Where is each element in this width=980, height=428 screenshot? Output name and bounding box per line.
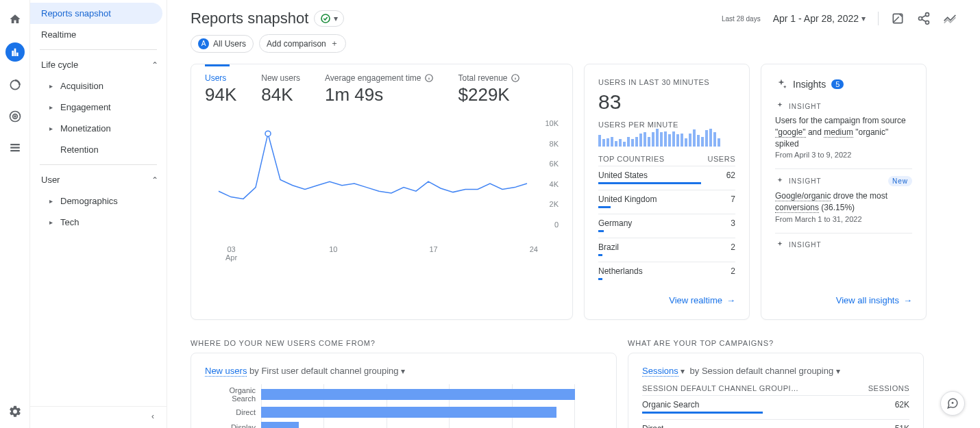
sidebar-item-retention[interactable]: ▸Retention	[30, 139, 167, 160]
insight-item[interactable]: INSIGHTNewGoogle/organic drove the most …	[775, 169, 912, 234]
chevron-right-icon: ▸	[49, 218, 56, 226]
view-realtime-link[interactable]: View realtime→	[598, 295, 735, 305]
new-users-card: New users by First user default channel …	[191, 353, 617, 428]
country-row: Netherlands2	[598, 262, 735, 286]
svg-point-11	[926, 21, 929, 24]
advertising-icon[interactable]	[7, 108, 23, 125]
sidebar-item-acquisition[interactable]: ▸Acquisition	[30, 75, 167, 97]
check-circle-icon	[320, 13, 331, 24]
configure-icon[interactable]	[7, 140, 23, 156]
sidebar-item-tech[interactable]: ▸Tech	[30, 212, 167, 233]
insights-header: Insights	[793, 79, 826, 90]
question-top-campaigns: WHAT ARE YOUR TOP CAMPAIGNS?	[628, 320, 924, 353]
info-icon	[424, 73, 434, 83]
home-icon[interactable]	[7, 11, 23, 27]
realtime-subtitle: USERS PER MINUTE	[598, 121, 735, 129]
customize-icon[interactable]	[891, 12, 905, 25]
country-row: United Kingdom7	[598, 190, 735, 214]
view-all-insights-link[interactable]: View all insights→	[775, 295, 912, 305]
svg-point-9	[926, 13, 929, 16]
svg-rect-6	[10, 150, 20, 151]
question-new-users: WHERE DO YOUR NEW USERS COME FROM?	[191, 320, 617, 353]
svg-rect-5	[10, 147, 20, 149]
share-icon[interactable]	[917, 12, 931, 25]
session-row: Direct51K	[642, 419, 909, 428]
chevron-right-icon: ▸	[49, 103, 56, 111]
explore-icon[interactable]	[7, 77, 23, 93]
reports-icon[interactable]	[5, 42, 25, 62]
insight-item[interactable]: INSIGHTUsers for the campaign from sourc…	[775, 95, 912, 169]
metric-avg-engagement[interactable]: Average engagement time 1m 49s	[325, 73, 434, 105]
audience-icon: A	[198, 38, 209, 49]
svg-point-14	[265, 131, 271, 136]
date-prefix: Last 28 days	[722, 15, 761, 23]
chevron-down-icon: ▾	[334, 14, 338, 23]
sidebar-item-demographics[interactable]: ▸Demographics	[30, 190, 167, 212]
chevron-up-icon: ⌃	[151, 175, 158, 185]
insights-count-badge: 5	[831, 79, 844, 89]
realtime-card: USERS IN LAST 30 MINUTES 83 USERS PER MI…	[584, 64, 750, 320]
sessions-card-title[interactable]: Sessions ▾ by Session default channel gr…	[642, 366, 909, 384]
collapse-sidebar-button[interactable]: ‹	[30, 406, 167, 425]
plus-icon: ＋	[330, 38, 339, 49]
chevron-right-icon: ▸	[49, 197, 56, 205]
add-comparison-chip[interactable]: Add comparison＋	[259, 34, 346, 53]
users-line-chart: 10K8K6K4K2K0	[205, 119, 559, 242]
chevron-up-icon: ⌃	[151, 60, 158, 70]
settings-icon[interactable]	[7, 403, 23, 420]
realtime-value: 83	[598, 86, 735, 121]
date-range-picker[interactable]: Apr 1 - Apr 28, 2022▾	[773, 13, 866, 24]
sessions-card: Sessions ▾ by Session default channel gr…	[628, 353, 924, 428]
sparkle-icon	[775, 78, 787, 90]
metric-new-users[interactable]: New users 84K	[261, 73, 300, 105]
sidebar: Reports snapshot Realtime Life cycle⌃ ▸A…	[30, 0, 167, 428]
sidebar-section-user[interactable]: User⌃	[30, 169, 167, 190]
country-row: Germany3	[598, 214, 735, 238]
metric-users[interactable]: Users 94K	[205, 73, 236, 105]
chevron-right-icon: ▸	[49, 82, 56, 90]
arrow-right-icon: →	[726, 295, 735, 305]
new-users-card-title[interactable]: New users by First user default channel …	[205, 366, 602, 384]
sidebar-section-lifecycle[interactable]: Life cycle⌃	[30, 54, 167, 75]
channel-bar-row: Display	[205, 420, 575, 428]
svg-point-15	[952, 403, 953, 404]
sidebar-item-monetization[interactable]: ▸Monetization	[30, 118, 167, 139]
info-icon	[511, 73, 520, 83]
chevron-right-icon: ▸	[49, 125, 56, 132]
session-row: Organic Search62K	[642, 395, 909, 419]
feedback-button[interactable]	[940, 391, 965, 416]
metric-revenue[interactable]: Total revenue $229K	[458, 73, 520, 105]
insights-toggle-icon[interactable]	[943, 12, 957, 25]
svg-point-3	[14, 116, 16, 117]
insights-card: Insights 5 INSIGHTUsers for the campaign…	[761, 64, 927, 320]
svg-rect-4	[10, 144, 20, 145]
channel-bar-row: Organic Search	[205, 384, 575, 405]
realtime-title: USERS IN LAST 30 MINUTES	[598, 78, 735, 86]
arrow-right-icon: →	[903, 295, 912, 305]
sidebar-item-reports-snapshot[interactable]: Reports snapshot	[30, 3, 162, 24]
svg-point-10	[919, 17, 922, 21]
page-title: Reports snapshot	[191, 10, 308, 27]
all-users-chip[interactable]: AAll Users	[191, 35, 254, 53]
sidebar-item-engagement[interactable]: ▸Engagement	[30, 97, 167, 118]
sidebar-item-realtime[interactable]: Realtime	[30, 24, 162, 45]
country-row: Brazil2	[598, 238, 735, 262]
country-row: United States62	[598, 166, 735, 190]
users-per-minute-chart	[598, 129, 735, 147]
title-status-chip[interactable]: ▾	[314, 10, 344, 27]
overview-metrics-card: Users 94K New users 84K Average engageme…	[191, 64, 573, 320]
channel-bar-row: Direct	[205, 405, 575, 420]
